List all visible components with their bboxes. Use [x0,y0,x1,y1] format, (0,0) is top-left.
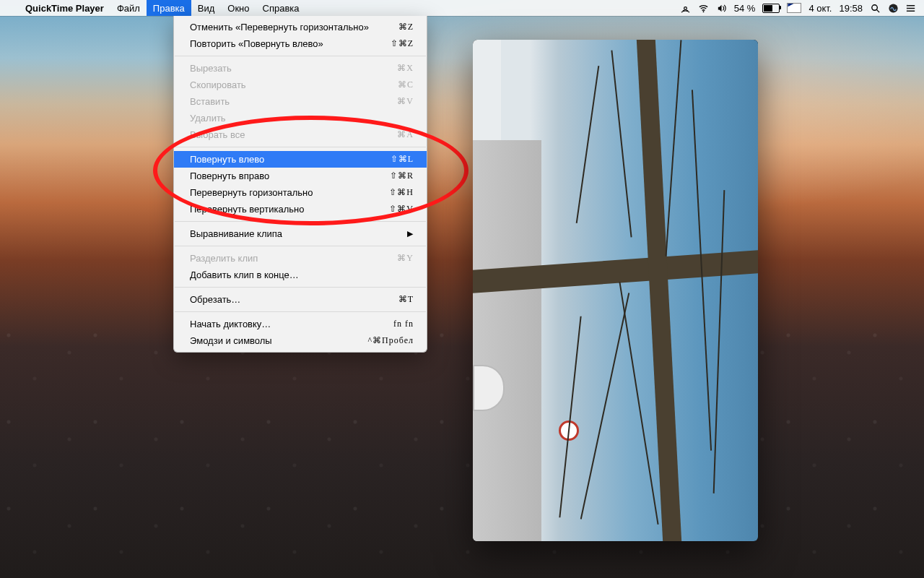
video-player-window[interactable] [473,40,758,541]
desktop-wallpaper [0,0,924,578]
menu-item-label: Перевернуть вертикально [190,204,304,215]
menu-file[interactable]: Файл [110,0,147,16]
volume-icon[interactable] [716,3,727,14]
menu-item-shortcut: ^⌘Пробел [367,335,414,346]
menu-item-label: Повернуть вправо [190,171,269,181]
menu-item-shortcut: ⌘Z [398,22,414,33]
svg-point-1 [702,11,704,12]
svg-point-10 [907,10,908,12]
menu-item-shortcut: ⇧⌘R [390,171,414,181]
menubar-time[interactable]: 19:58 [839,3,863,14]
menu-window[interactable]: Окно [221,0,256,16]
menu-item: Выбрать все⌘A [174,126,427,143]
menu-item-shortcut: ⌘X [397,63,414,74]
menu-item-shortcut: ⇧⌘V [389,204,414,215]
svg-point-2 [872,4,878,10]
menu-item[interactable]: Обрезать…⌘T [174,291,427,308]
wifi-icon[interactable] [698,3,709,14]
menu-item-shortcut: ⌘C [398,79,414,90]
svg-line-3 [876,9,879,12]
menu-item-shortcut: ⌘Y [397,253,414,264]
menu-item-label: Повернуть влево [190,154,264,165]
siri-icon[interactable] [888,3,899,14]
menu-item-shortcut: ⌘T [398,294,414,305]
menu-item[interactable]: Выравнивание клипа▶ [174,225,427,242]
menu-item-shortcut: ⇧⌘L [391,154,414,165]
menu-separator [175,246,426,246]
menu-item-label: Разделить клип [190,253,258,264]
menu-item[interactable]: Перевернуть вертикально⇧⌘V [174,201,427,217]
submenu-arrow-icon: ▶ [407,229,414,238]
menu-separator [175,221,426,222]
menu-item-label: Перевернуть горизонтально [190,187,313,198]
menubar: QuickTime Player Файл Правка Вид Окно Сп… [0,0,924,16]
menu-item-shortcut: ⇧⌘H [389,187,414,198]
menu-item[interactable]: Отменить «Перевернуть горизонтально»⌘Z [174,19,427,35]
app-name[interactable]: QuickTime Player [19,0,110,16]
menu-separator [175,56,426,56]
video-frame [473,40,758,541]
menu-help[interactable]: Справка [256,0,306,16]
svg-point-8 [907,4,908,6]
menu-separator [175,287,426,288]
menu-item-label: Начать диктовку… [190,319,271,329]
menu-item[interactable]: Добавить клип в конце… [174,267,427,283]
menu-item: Вставить⌘V [174,93,427,110]
spotlight-search-icon[interactable] [870,3,881,14]
menu-item[interactable]: Повернуть влево⇧⌘L [174,151,427,168]
menu-item-shortcut: fn fn [393,319,414,329]
menu-separator [175,147,426,147]
menu-item-label: Выравнивание клипа [190,228,282,239]
menu-item[interactable]: Начать диктовку…fn fn [174,316,427,332]
menu-item-shortcut: ⌘V [397,96,414,107]
svg-point-9 [907,7,908,9]
battery-icon[interactable] [762,4,780,13]
menu-item: Скопировать⌘C [174,77,427,93]
apple-menu-icon[interactable] [6,0,19,16]
menu-edit[interactable]: Правка [147,0,191,16]
menu-item-label: Отменить «Перевернуть горизонтально» [190,22,369,33]
menu-item-label: Вставить [190,96,230,107]
menu-item-shortcut: ⇧⌘Z [391,38,414,49]
menu-item-label: Скопировать [190,79,246,90]
menubar-date[interactable]: 4 окт. [808,3,832,14]
menu-view[interactable]: Вид [191,0,222,16]
menu-item-label: Эмодзи и символы [190,335,272,346]
menu-item-label: Обрезать… [190,294,240,305]
menu-item[interactable]: Перевернуть горизонтально⇧⌘H [174,184,427,201]
battery-percent: 54 % [734,3,756,14]
menu-item: Вырезать⌘X [174,60,427,77]
menu-item[interactable]: Эмодзи и символы^⌘Пробел [174,332,427,349]
menu-item-label: Выбрать все [190,129,245,140]
menu-separator [175,311,426,312]
menu-item[interactable]: Повернуть вправо⇧⌘R [174,168,427,184]
svg-point-0 [684,7,687,9]
menu-item-label: Вырезать [190,63,232,74]
menu-item-label: Добавить клип в конце… [190,269,299,280]
menu-item-label: Повторить «Повернуть влево» [190,38,323,49]
menu-item-shortcut: ⌘A [397,129,414,140]
menu-item: Разделить клип⌘Y [174,250,427,267]
edit-menu-dropdown: Отменить «Перевернуть горизонтально»⌘ZПо… [173,16,427,353]
menu-item[interactable]: Повторить «Повернуть влево»⇧⌘Z [174,35,427,52]
menu-item: Удалить [174,110,427,126]
input-source-flag-icon[interactable] [787,3,801,13]
menu-item-label: Удалить [190,113,226,124]
video-content [473,140,541,541]
notification-center-icon[interactable] [906,3,917,14]
airdrop-icon[interactable] [680,3,691,14]
